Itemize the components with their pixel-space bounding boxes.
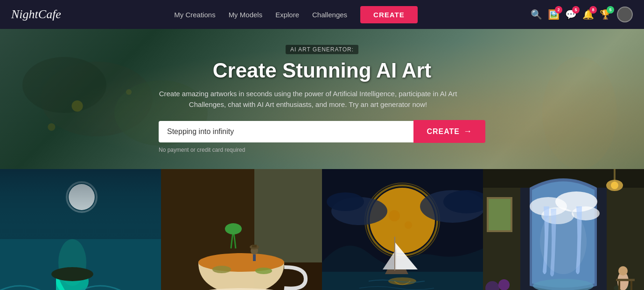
svg-point-6 <box>542 57 617 169</box>
svg-point-18 <box>198 253 284 272</box>
gallery-image-sailboat <box>322 169 483 290</box>
svg-rect-22 <box>253 255 256 261</box>
hero-section: AI ART GENERATOR: Create Stunning AI Art… <box>0 29 644 169</box>
svg-point-57 <box>498 279 510 290</box>
prompt-input[interactable] <box>159 121 413 142</box>
svg-point-53 <box>540 209 587 274</box>
svg-point-5 <box>126 89 132 95</box>
svg-point-26 <box>255 268 272 274</box>
svg-point-36 <box>327 192 364 211</box>
hero-subtitle: Create amazing artworks in seconds using… <box>159 89 457 110</box>
gallery-image-waterfall <box>483 169 644 290</box>
nav-my-models[interactable]: My Models <box>229 11 263 19</box>
svg-rect-11 <box>0 169 161 241</box>
notification-icon[interactable]: 🔔 8 <box>582 9 594 20</box>
create-button-nav[interactable]: CREATE <box>360 6 418 23</box>
images-badge: 2 <box>555 6 562 14</box>
gallery-item[interactable]: ♥ 5082 💬 450 🖼 2 <box>483 169 644 290</box>
gallery-image-mermaid <box>0 169 161 290</box>
svg-point-47 <box>611 182 618 189</box>
gallery-item[interactable]: ♥ 5509 💬 373 🖼 4 <box>161 169 322 290</box>
svg-point-3 <box>72 100 83 112</box>
svg-point-0 <box>41 62 153 136</box>
svg-rect-40 <box>394 237 395 270</box>
svg-point-4 <box>48 123 55 131</box>
trophy-icon[interactable]: 🏆 5 <box>600 9 611 20</box>
image-icon[interactable]: 🖼️ 2 <box>548 9 560 20</box>
svg-point-60 <box>618 266 628 276</box>
nav-explore[interactable]: Explore <box>275 11 299 19</box>
navbar: NightCafe My Creations My Models Explore… <box>0 0 644 29</box>
svg-point-25 <box>212 266 231 273</box>
hero-create-button[interactable]: CREATE <box>413 120 485 143</box>
nav-challenges[interactable]: Challenges <box>312 11 347 19</box>
hero-input-row: CREATE <box>159 120 485 143</box>
svg-point-33 <box>405 221 412 229</box>
svg-point-20 <box>225 223 242 234</box>
chat-badge: 5 <box>572 6 580 14</box>
svg-point-1 <box>22 57 106 113</box>
svg-rect-63 <box>630 281 632 290</box>
hero-note: No payment or credit card required <box>159 147 485 153</box>
gallery-item[interactable]: ♥ 5762 💬 335 <box>0 169 161 290</box>
hero-label: AI ART GENERATOR: <box>286 45 358 54</box>
gallery-item[interactable]: ♥ 5215 💬 447 🖼 3 <box>322 169 483 290</box>
svg-point-32 <box>389 210 400 221</box>
svg-point-39 <box>388 277 416 285</box>
avatar[interactable] <box>617 7 633 22</box>
svg-rect-55 <box>489 199 511 230</box>
search-icon[interactable]: 🔍 <box>531 9 542 20</box>
gallery-image-teacup <box>161 169 322 290</box>
svg-rect-24 <box>252 245 257 248</box>
svg-rect-61 <box>616 279 635 281</box>
svg-rect-16 <box>254 169 322 262</box>
chat-icon[interactable]: 💬 5 <box>565 9 577 20</box>
hero-content: AI ART GENERATOR: Create Stunning AI Art… <box>149 45 495 153</box>
nav-icons: 🔍 🖼️ 2 💬 5 🔔 8 🏆 5 <box>531 7 633 22</box>
trophy-badge: 5 <box>607 6 614 14</box>
gallery: ♥ 5762 💬 335 <box>0 169 644 290</box>
notification-badge: 8 <box>589 6 597 14</box>
svg-rect-62 <box>618 281 620 290</box>
nav-links: My Creations My Models Explore Challenge… <box>174 6 417 23</box>
logo[interactable]: NightCafe <box>11 7 61 21</box>
nav-my-creations[interactable]: My Creations <box>174 11 215 19</box>
hero-title: Create Stunning AI Art <box>159 59 485 82</box>
svg-point-14 <box>51 267 93 281</box>
